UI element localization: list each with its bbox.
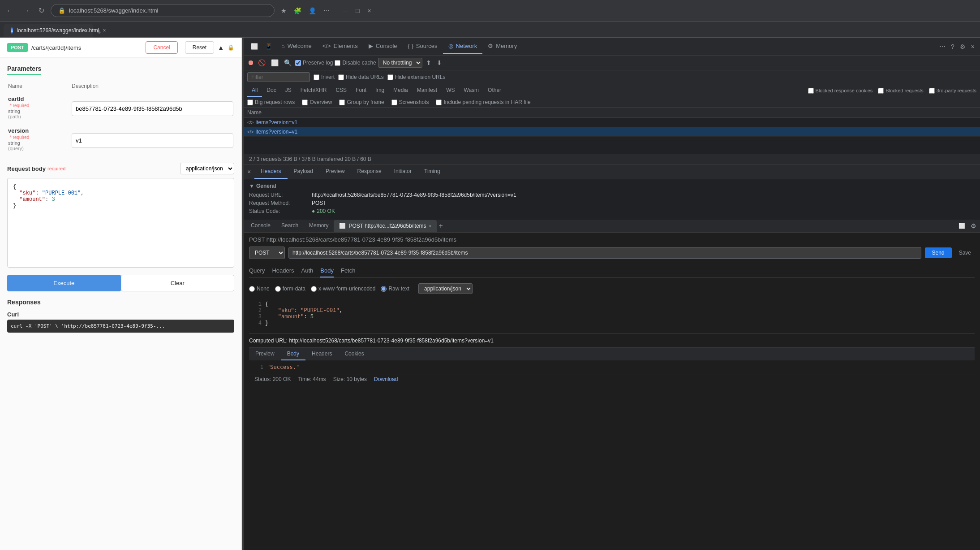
- collapse-button[interactable]: ▲: [218, 44, 224, 51]
- hide-data-urls-label[interactable]: Hide data URLs: [338, 74, 384, 80]
- none-option-label[interactable]: None: [249, 286, 270, 292]
- screenshots-label[interactable]: Screenshots: [391, 99, 429, 105]
- response-tab-headers[interactable]: Headers: [305, 348, 338, 360]
- filter-tab-js[interactable]: JS: [281, 84, 296, 97]
- param1-input[interactable]: [72, 101, 233, 116]
- details-tab-response[interactable]: Response: [351, 165, 388, 179]
- console-tab-console[interactable]: Console: [245, 220, 276, 232]
- minimize-button[interactable]: ─: [340, 5, 351, 16]
- code-editor[interactable]: { "sku": "PURPLE-001", "amount": 3 }: [7, 178, 234, 268]
- urlencoded-radio[interactable]: [311, 286, 317, 292]
- console-tab-close-icon[interactable]: ×: [429, 224, 432, 229]
- filter-tab-media[interactable]: Media: [389, 84, 413, 97]
- download-link[interactable]: Download: [374, 376, 398, 382]
- raw-format-select[interactable]: application/json: [418, 283, 473, 294]
- profile-button[interactable]: 👤: [306, 5, 319, 16]
- include-har-checkbox[interactable]: [436, 100, 442, 105]
- tab-elements[interactable]: </> Elements: [317, 39, 363, 54]
- network-row-2[interactable]: </> items?version=v1: [244, 127, 980, 137]
- details-tab-initiator[interactable]: Initiator: [388, 165, 418, 179]
- details-close-btn[interactable]: ×: [244, 165, 254, 179]
- clear-button[interactable]: Clear: [121, 275, 235, 291]
- general-expand-icon[interactable]: ▼: [249, 183, 254, 189]
- hide-extension-urls-label[interactable]: Hide extension URLs: [387, 74, 446, 80]
- console-tab-search[interactable]: Search: [276, 220, 304, 232]
- filter-tab-fetch[interactable]: Fetch/XHR: [296, 84, 331, 97]
- tab-console[interactable]: ▶ Console: [363, 39, 403, 54]
- filter-tab-img[interactable]: Img: [371, 84, 389, 97]
- filter-tab-ws[interactable]: WS: [442, 84, 459, 97]
- group-by-frame-label[interactable]: Group by frame: [339, 99, 384, 105]
- search-network-button[interactable]: 🔍: [282, 57, 293, 68]
- filter-tab-other[interactable]: Other: [483, 84, 506, 97]
- execute-button[interactable]: Execute: [7, 275, 121, 291]
- record-button[interactable]: ⏺: [247, 59, 254, 67]
- cancel-button[interactable]: Cancel: [146, 41, 177, 54]
- filter-tab-manifest[interactable]: Manifest: [413, 84, 442, 97]
- details-tab-preview[interactable]: Preview: [319, 165, 351, 179]
- details-tab-payload[interactable]: Payload: [288, 165, 319, 179]
- close-devtools-button[interactable]: ×: [969, 41, 976, 52]
- devtools-icon-btn-inspect[interactable]: ⬜: [247, 39, 262, 53]
- response-tab-body[interactable]: Body: [281, 348, 305, 360]
- response-tab-preview[interactable]: Preview: [249, 348, 281, 360]
- nc-save-button[interactable]: Save: [955, 247, 975, 258]
- nav-refresh-button[interactable]: ↻: [36, 4, 47, 17]
- urlencoded-option-label[interactable]: x-www-form-urlencoded: [311, 286, 375, 292]
- blocked-requests-label[interactable]: Blocked requests: [878, 88, 923, 94]
- throttle-select[interactable]: No throttling: [378, 58, 422, 68]
- filter-toggle-button[interactable]: ⬜: [269, 57, 280, 68]
- raw-text-option-label[interactable]: Raw text: [381, 286, 409, 292]
- nc-tab-auth[interactable]: Auth: [301, 264, 314, 277]
- console-tab-network-console[interactable]: ⬜ POST http://loc...f2a96d5b/items ×: [334, 220, 437, 232]
- overview-label[interactable]: Overview: [302, 99, 332, 105]
- raw-text-radio[interactable]: [381, 286, 387, 292]
- reset-button[interactable]: Reset: [185, 41, 214, 54]
- disable-cache-checkbox[interactable]: [335, 60, 340, 66]
- import-har-button[interactable]: ⬆: [424, 57, 433, 68]
- bookmark-button[interactable]: ★: [278, 5, 289, 16]
- devtools-icon-btn-device[interactable]: 📱: [262, 39, 276, 53]
- add-console-tab-button[interactable]: +: [437, 220, 444, 232]
- maximize-button[interactable]: □: [352, 5, 363, 16]
- more-tools-button[interactable]: ⋯: [937, 41, 947, 52]
- filter-tab-all[interactable]: All: [247, 84, 262, 97]
- blocked-cookies-checkbox[interactable]: [808, 88, 814, 94]
- export-har-button[interactable]: ⬇: [435, 57, 444, 68]
- disable-cache-label[interactable]: Disable cache: [335, 60, 376, 66]
- filter-tab-wasm[interactable]: Wasm: [460, 84, 484, 97]
- group-by-frame-checkbox[interactable]: [339, 100, 345, 105]
- third-party-checkbox[interactable]: [929, 88, 935, 94]
- tab-memory[interactable]: ⚙ Memory: [482, 39, 522, 54]
- big-rows-checkbox[interactable]: [247, 100, 253, 105]
- invert-label[interactable]: Invert: [314, 74, 335, 80]
- blocked-requests-checkbox[interactable]: [878, 88, 884, 94]
- hide-data-urls-checkbox[interactable]: [338, 74, 344, 80]
- browser-tab-active[interactable]: S localhost:5268/swagger/index.html ×: [4, 24, 93, 37]
- tab-welcome[interactable]: ⌂ Welcome: [276, 39, 317, 54]
- settings-button[interactable]: ⚙: [958, 41, 967, 52]
- content-type-select[interactable]: application/json: [180, 163, 234, 174]
- extensions-button[interactable]: 🧩: [291, 5, 304, 16]
- tab-network[interactable]: ◎ Network: [443, 39, 483, 54]
- response-tab-cookies[interactable]: Cookies: [338, 348, 370, 360]
- details-tab-timing[interactable]: Timing: [418, 165, 447, 179]
- nav-forward-button[interactable]: →: [20, 5, 32, 17]
- tab-sources[interactable]: { } Sources: [403, 39, 443, 54]
- none-radio[interactable]: [249, 286, 255, 292]
- form-data-option-label[interactable]: form-data: [275, 286, 305, 292]
- third-party-label[interactable]: 3rd-party requests: [929, 88, 976, 94]
- include-har-label[interactable]: Include pending requests in HAR file: [436, 99, 530, 105]
- param2-input[interactable]: [72, 133, 233, 148]
- nc-method-select[interactable]: POST: [249, 247, 285, 259]
- nc-tab-fetch[interactable]: Fetch: [341, 264, 356, 277]
- filter-input[interactable]: [247, 72, 310, 82]
- preserve-log-label[interactable]: Preserve log: [295, 60, 333, 66]
- address-bar[interactable]: 🔒 localhost:5268/swagger/index.html: [51, 4, 275, 17]
- details-tab-headers[interactable]: Headers: [254, 165, 287, 179]
- nav-back-button[interactable]: ←: [4, 5, 16, 17]
- close-window-button[interactable]: ×: [364, 5, 374, 16]
- send-button[interactable]: Send: [925, 247, 952, 258]
- screenshots-checkbox[interactable]: [391, 100, 397, 105]
- form-data-radio[interactable]: [275, 286, 281, 292]
